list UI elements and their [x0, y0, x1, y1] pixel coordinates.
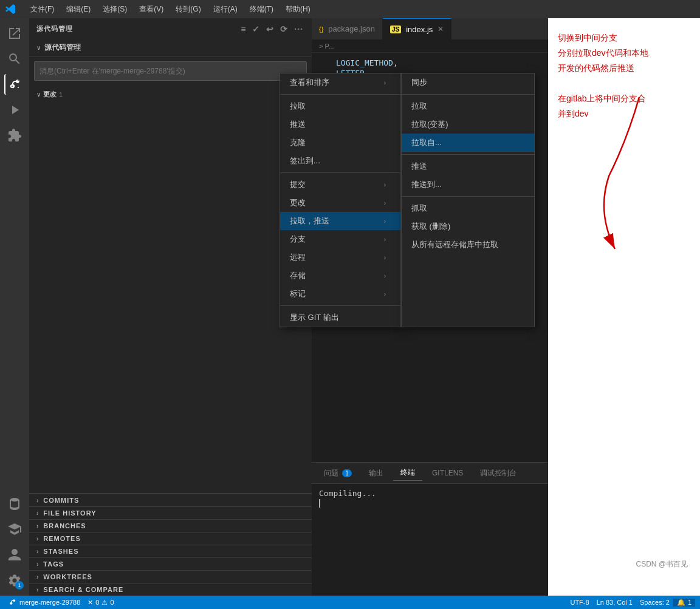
activity-settings[interactable]: 1 [4, 570, 25, 591]
warning-icon: ⚠ [101, 599, 108, 607]
code-line: LOGIC_METHOD, [312, 58, 548, 68]
status-line[interactable]: Ln 83, Col 1 [593, 599, 636, 606]
menu-view[interactable]: 查看(V) [134, 3, 168, 16]
activity-layers[interactable] [4, 519, 25, 540]
menu-item-view-sort[interactable]: 查看和排序 › [280, 73, 312, 92]
section-chevron-remotes: › [36, 536, 38, 542]
status-encoding[interactable]: UTF-8 [566, 599, 592, 606]
section-chevron-tags: › [36, 561, 38, 568]
activity-explorer[interactable] [4, 23, 25, 44]
menu-select[interactable]: 选择(S) [98, 3, 132, 16]
tab-debug-console[interactable]: 调试控制台 [473, 466, 524, 481]
menu-item-stash[interactable]: 存储 › [280, 267, 312, 285]
menu-item-show-git-output[interactable]: 显示 GIT 输出 [280, 308, 312, 327]
menu-bar: 文件(F) 编辑(E) 选择(S) 查看(V) 转到(G) 运行(A) 终端(T… [26, 3, 315, 16]
main-layout: 1 源代码管理 ≡ ✓ ↩ ⟳ ··· ∨ 源代码管理 [0, 18, 700, 596]
tab-problems[interactable]: 问题 1 [317, 466, 359, 481]
menu-item-pull[interactable]: 拉取 [280, 97, 312, 115]
tab-output[interactable]: 输出 [362, 466, 391, 481]
menu-edit[interactable]: 编辑(E) [61, 3, 95, 16]
menu-item-checkout[interactable]: 签出到... [280, 152, 312, 170]
activity-search[interactable] [4, 49, 25, 69]
section-worktrees[interactable]: › WORKTREES [29, 570, 312, 583]
activity-account[interactable] [4, 545, 25, 565]
changes-label: 更改 [43, 90, 57, 99]
activity-database[interactable] [4, 494, 25, 514]
menu-item-branch[interactable]: 分支 › [280, 230, 312, 248]
menu-item-commit[interactable]: 提交 › [280, 175, 312, 194]
menu-goto[interactable]: 转到(G) [171, 3, 205, 16]
section-remotes[interactable]: › REMOTES [29, 532, 312, 545]
refresh-icon[interactable]: ⟳ [279, 23, 289, 35]
more-icon[interactable]: ··· [293, 23, 304, 35]
section-commits[interactable]: › COMMITS [29, 494, 312, 506]
bell-icon: 🔔 [677, 599, 685, 607]
terminal-line-2 [319, 498, 541, 508]
activity-source-control[interactable] [4, 74, 25, 95]
terminal-tabs: 问题 1 输出 终端 GITLENS 调试控制台 [312, 463, 548, 484]
menu-item-push[interactable]: 推送 [280, 115, 312, 134]
undo-icon[interactable]: ↩ [265, 23, 275, 35]
section-stashes[interactable]: › STASHES [29, 545, 312, 557]
editor-breadcrumb: > P... [312, 39, 548, 53]
problems-badge: 1 [342, 469, 352, 477]
menu-terminal[interactable]: 终端(T) [245, 3, 278, 16]
sort-icon[interactable]: ≡ [239, 23, 247, 35]
section-file-history[interactable]: › FILE HISTORY [29, 506, 312, 519]
menu-item-pull-push[interactable]: 拉取，推送 › [280, 212, 312, 230]
terminal-content[interactable]: Compiling... [312, 484, 548, 596]
context-menu-container: 查看和排序 › 拉取 推送 克隆 签出到... [280, 73, 312, 327]
titlebar: 文件(F) 编辑(E) 选择(S) 查看(V) 转到(G) 运行(A) 终端(T… [0, 0, 700, 18]
divider-3 [280, 305, 312, 306]
changes-chevron: ∨ [36, 91, 41, 98]
right-annotation: 切换到中间分支分别拉取dev代码和本地开发的代码然后推送 在gitlab上将中间… [548, 18, 700, 596]
changes-section: ∨ 更改 1 [29, 86, 312, 103]
tab-close-icon[interactable]: ✕ [437, 25, 444, 33]
change-count: 1 [59, 91, 63, 98]
error-icon: ✕ [88, 599, 93, 607]
content-area: 源代码管理 ≡ ✓ ↩ ⟳ ··· ∨ 源代码管理 ∨ 更改 [29, 18, 700, 596]
status-spaces[interactable]: Spaces: 2 [636, 599, 673, 606]
menu-item-changes[interactable]: 更改 › [280, 194, 312, 212]
tab-index-js[interactable]: JS index.js ✕ [383, 18, 451, 39]
tab-bar: {} package.json JS index.js ✕ [312, 18, 548, 39]
menu-help[interactable]: 帮助(H) [281, 3, 315, 16]
section-search-compare[interactable]: › SEARCH & COMPARE [29, 583, 312, 596]
js-icon: JS [390, 26, 401, 33]
status-notification[interactable]: 🔔 1 [673, 599, 695, 607]
status-branch[interactable]: merge-merge-29788 [5, 598, 84, 607]
divider-2 [280, 172, 312, 173]
branch-icon [9, 598, 17, 607]
terminal-panel: 问题 1 输出 终端 GITLENS 调试控制台 [312, 462, 548, 596]
divider-1 [280, 94, 312, 95]
activity-extensions[interactable] [4, 125, 25, 146]
activity-bar: 1 [0, 18, 29, 596]
check-icon[interactable]: ✓ [251, 23, 261, 35]
red-arrow [591, 91, 664, 273]
section-branches[interactable]: › BRANCHES [29, 519, 312, 532]
menu-file[interactable]: 文件(F) [26, 3, 59, 16]
section-chevron-worktrees: › [36, 574, 38, 580]
section-tags[interactable]: › TAGS [29, 557, 312, 570]
section-chevron-commits: › [36, 497, 38, 504]
changes-header[interactable]: ∨ 更改 1 [29, 88, 312, 101]
panel-header: 源代码管理 ≡ ✓ ↩ ⟳ ··· [29, 18, 312, 39]
commit-input[interactable] [34, 61, 307, 81]
status-bar: merge-merge-29788 ✕ 0 ⚠ 0 UTF-8 Ln 83, C… [0, 596, 700, 609]
tab-terminal[interactable]: 终端 [393, 465, 422, 481]
bottom-panel: › COMMITS › FILE HISTORY › BRANCHES › RE… [29, 493, 312, 596]
status-errors[interactable]: ✕ 0 ⚠ 0 [84, 599, 117, 607]
activity-bar-bottom: 1 [4, 494, 25, 591]
csdn-badge: CSDN @书百见 [636, 558, 688, 571]
tab-gitlens[interactable]: GITLENS [425, 466, 470, 480]
activity-run[interactable] [4, 100, 25, 120]
menu-item-remote[interactable]: 远程 › [280, 248, 312, 267]
section-chevron-branches: › [36, 523, 38, 529]
menu-item-tag[interactable]: 标记 › [280, 285, 312, 303]
annotation-text-1: 切换到中间分支分别拉取dev代码和本地开发的代码然后推送 [558, 30, 690, 77]
menu-run[interactable]: 运行(A) [208, 3, 242, 16]
menu-item-clone[interactable]: 克隆 [280, 134, 312, 152]
tab-package-json[interactable]: {} package.json [312, 18, 383, 39]
settings-badge: 1 [15, 581, 24, 590]
panel-title: 源代码管理 [36, 24, 73, 33]
